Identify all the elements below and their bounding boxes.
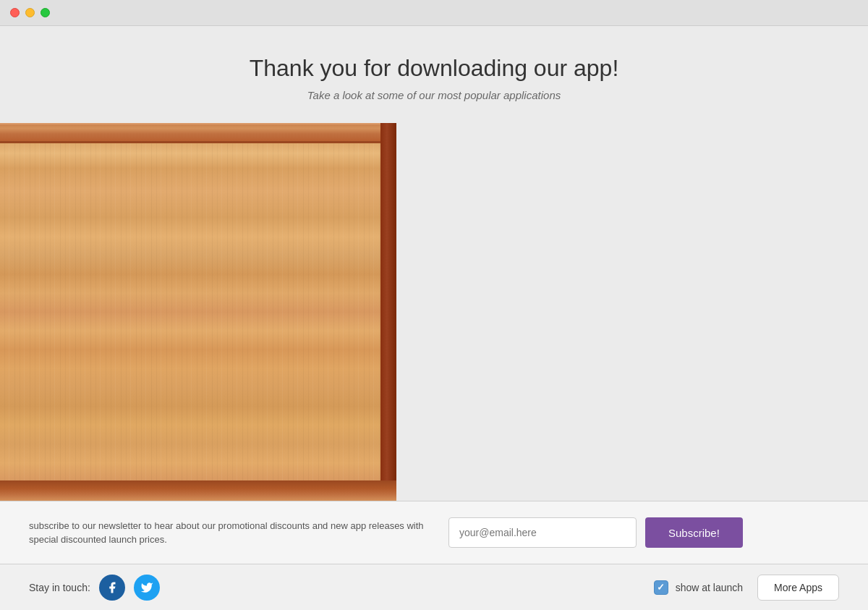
header: Thank you for downloading our app! Take …	[0, 26, 868, 123]
close-button[interactable]	[10, 8, 20, 17]
right-content-area	[396, 123, 868, 501]
shelf-bottom-rail	[0, 480, 396, 501]
show-at-launch-checkbox[interactable]: ✓	[654, 580, 668, 595]
footer-right: ✓ show at launch More Apps	[654, 575, 839, 601]
facebook-icon	[106, 581, 119, 594]
show-at-launch-toggle[interactable]: ✓ show at launch	[654, 580, 743, 595]
newsletter-form: Subscribe!	[448, 517, 743, 548]
shelf-wood	[0, 123, 396, 501]
page-subtitle: Take a look at some of our most popular …	[14, 89, 854, 101]
shelf-right-rail	[380, 123, 396, 501]
shelf-container	[0, 123, 396, 501]
shelf-top-rail	[0, 123, 396, 143]
email-input[interactable]	[448, 517, 637, 548]
stay-in-touch-label: Stay in touch:	[29, 582, 90, 593]
twitter-button[interactable]	[134, 575, 160, 601]
main-content: Thank you for downloading our app! Take …	[0, 26, 868, 564]
more-apps-button[interactable]: More Apps	[757, 575, 839, 601]
showcase	[0, 123, 868, 501]
minimize-button[interactable]	[25, 8, 35, 17]
titlebar	[0, 0, 868, 26]
twitter-icon	[140, 581, 153, 594]
facebook-button[interactable]	[99, 575, 125, 601]
stay-in-touch: Stay in touch:	[29, 575, 160, 601]
checkbox-check-icon: ✓	[657, 583, 665, 592]
traffic-lights	[10, 8, 50, 17]
show-at-launch-label: show at launch	[676, 582, 743, 593]
footer: Stay in touch: ✓ show at launch More App…	[0, 564, 868, 610]
page-title: Thank you for downloading our app!	[14, 55, 854, 82]
maximize-button[interactable]	[41, 8, 50, 17]
newsletter-section: subscribe to our newsletter to hear abou…	[0, 501, 868, 564]
subscribe-button[interactable]: Subscribe!	[645, 517, 743, 548]
checkbox-bg: ✓	[654, 580, 668, 595]
newsletter-description: subscribe to our newsletter to hear abou…	[29, 519, 427, 547]
